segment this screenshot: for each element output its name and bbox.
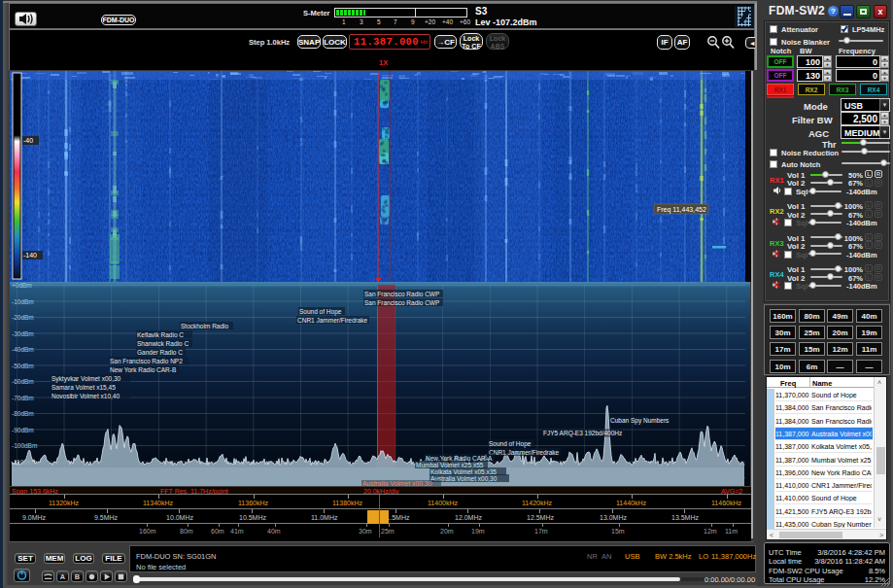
svg-text:-40dBm: -40dBm xyxy=(12,346,34,353)
svg-text:-100dBm: -100dBm xyxy=(12,442,37,449)
svg-text:CNR1 Jammer/Firedrake: CNR1 Jammer/Firedrake xyxy=(297,317,368,324)
svg-text:Shanwick Radio C: Shanwick Radio C xyxy=(137,340,189,347)
svg-text:Freq 11,443,452: Freq 11,443,452 xyxy=(657,206,706,214)
svg-text:Keflavik Radio C: Keflavik Radio C xyxy=(137,331,184,338)
svg-text:-140: -140 xyxy=(23,252,37,259)
svg-text:-20dBm: -20dBm xyxy=(12,314,34,321)
svg-text:Sound of Hope: Sound of Hope xyxy=(489,440,532,448)
svg-text:Samara Volmet x15,45: Samara Volmet x15,45 xyxy=(52,384,116,391)
svg-text:Sound of Hope: Sound of Hope xyxy=(299,308,342,316)
svg-text:-10dBm: -10dBm xyxy=(12,298,34,305)
svg-text:-30dBm: -30dBm xyxy=(12,330,34,337)
svg-text:-70dBm: -70dBm xyxy=(12,395,34,401)
svg-text:San Francisco Radio NP2: San Francisco Radio NP2 xyxy=(110,358,183,364)
svg-text:CNR1 Jammer/Firedrake: CNR1 Jammer/Firedrake xyxy=(489,449,560,456)
svg-text:New York Radio CAR-A: New York Radio CAR-A xyxy=(426,455,493,462)
svg-text:+0dBm: +0dBm xyxy=(12,282,32,289)
svg-text:Gander Radio C: Gander Radio C xyxy=(137,349,183,356)
svg-text:B: B xyxy=(75,572,80,581)
svg-text:FJY5 ARQ-E3 192bd/400Hz: FJY5 ARQ-E3 192bd/400Hz xyxy=(543,430,622,437)
svg-text:A: A xyxy=(60,572,66,581)
svg-text:-40: -40 xyxy=(23,137,33,144)
svg-text:Cuban Spy Numbers: Cuban Spy Numbers xyxy=(610,417,670,425)
svg-text:-90dBm: -90dBm xyxy=(12,427,34,433)
svg-text:-50dBm: -50dBm xyxy=(12,363,34,369)
svg-text:New York Radio CAR-B: New York Radio CAR-B xyxy=(110,366,176,373)
svg-text:Mumbai Volmet x25,x55: Mumbai Volmet x25,x55 xyxy=(416,462,484,468)
svg-text:Syktyvkar Volmet x00,30: Syktyvkar Volmet x00,30 xyxy=(52,375,121,383)
svg-text:San Francisco Radio CWP: San Francisco Radio CWP xyxy=(364,299,439,306)
svg-text:-80dBm: -80dBm xyxy=(12,410,34,417)
svg-text:Kolkata Volmet x05,x35: Kolkata Volmet x05,x35 xyxy=(430,468,497,475)
svg-text:Novosibir Volmet x10,40: Novosibir Volmet x10,40 xyxy=(52,393,120,399)
svg-text:San Francisco Radio CWP: San Francisco Radio CWP xyxy=(364,291,439,297)
svg-text:-60dBm: -60dBm xyxy=(12,378,34,385)
svg-text:Stockholm Radio: Stockholm Radio xyxy=(181,323,229,329)
